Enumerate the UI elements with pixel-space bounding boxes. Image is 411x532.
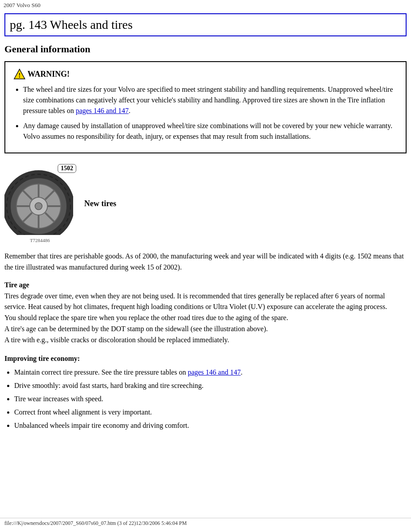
tire-age-para-2: You should replace the spare tire when y… — [4, 313, 407, 324]
page-title-box: pg. 143 Wheels and tires — [4, 13, 407, 36]
improving-text-1: Maintain correct tire pressure. See the … — [14, 368, 188, 376]
warning-item-1: The wheel and tire sizes for your Volvo … — [23, 84, 398, 116]
tire-age-section: Tire age Tires degrade over time, even w… — [4, 281, 407, 346]
improving-list: Maintain correct tire pressure. See the … — [4, 367, 407, 431]
improving-item-3: Tire wear increases with speed. — [14, 394, 407, 404]
warning-link-1[interactable]: pages 146 and 147 — [76, 107, 129, 114]
improving-item-4: Correct front wheel alignment is very im… — [14, 407, 407, 418]
tire-age-text: Tires degrade over time, even when they … — [4, 291, 407, 346]
top-bar: 2007 Volvo S60 — [0, 0, 411, 11]
tire-diagram: 1502 — [4, 164, 75, 243]
tire-svg-container: 1502 — [4, 164, 75, 243]
tire-age-para-1: Tires degrade over time, even when they … — [4, 291, 407, 313]
improving-item-1: Maintain correct tire pressure. See the … — [14, 367, 407, 378]
footer-bar: file:///K|/ownersdocs/2007/2007_S60/07s6… — [0, 518, 411, 528]
improving-section: Improving tire economy: Maintain correct… — [4, 355, 407, 431]
improving-heading: Improving tire economy: — [4, 355, 407, 363]
tire-age-para-3: A tire's age can be determined by the DO… — [4, 324, 407, 335]
svg-point-14 — [35, 203, 42, 210]
warning-icon: ! — [13, 68, 26, 80]
warning-label: WARNING! — [27, 70, 70, 79]
tire-age-heading: Tire age — [4, 281, 407, 289]
warning-box: ! WARNING! The wheel and tire sizes for … — [4, 61, 407, 153]
tire-image-caption: T7284486 — [4, 238, 75, 243]
warning-text-2: Any damage caused by installation of una… — [23, 122, 392, 140]
main-content: General information ! WARNING! The wheel… — [0, 39, 411, 451]
tire-image-section: 1502 — [4, 164, 407, 243]
top-bar-label: 2007 Volvo S60 — [4, 2, 40, 8]
footer-text: file:///K|/ownersdocs/2007/2007_S60/07s6… — [4, 520, 187, 526]
tire-age-para-4: A tire with e.g., visible cracks or disc… — [4, 335, 407, 346]
new-tires-label: New tires — [84, 199, 116, 208]
warning-item-2: Any damage caused by installation of una… — [23, 121, 398, 142]
tire-description: Remember that tires are perishable goods… — [4, 251, 407, 273]
tire-illustration — [4, 164, 73, 235]
tire-code-badge: 1502 — [58, 164, 76, 173]
general-info-heading: General information — [4, 43, 407, 55]
svg-text:!: ! — [19, 72, 21, 79]
improving-item-5: Unbalanced wheels impair tire economy an… — [14, 420, 407, 431]
warning-list: The wheel and tire sizes for your Volvo … — [13, 84, 398, 142]
page-title: pg. 143 Wheels and tires — [10, 18, 401, 32]
improving-link-1[interactable]: pages 146 and 147 — [188, 368, 241, 376]
improving-item-2: Drive smoothly: avoid fast starts, hard … — [14, 380, 407, 391]
warning-header: ! WARNING! — [13, 68, 398, 80]
